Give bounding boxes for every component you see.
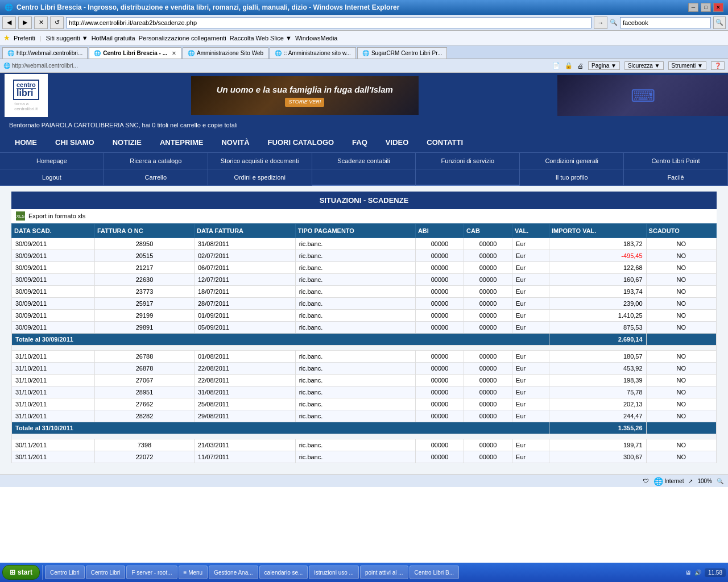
export-area: XLS Export in formato xls [11,209,717,223]
cell-tipo: ric.banc. [295,398,415,410]
nav-faq[interactable]: FAQ [343,132,377,152]
subnav-scadenze[interactable]: Scadenze contabili [312,153,416,169]
favorites-label[interactable]: Preferiti [14,35,35,41]
subnav-empty-1 [312,169,416,186]
subnav-condizioni[interactable]: Condizioni generali [520,153,624,169]
cell-val: Eur [512,238,549,250]
tab-close-1[interactable]: ✕ [172,51,176,56]
cell-importo: 198,39 [549,375,646,386]
cell-data-fatt: 21/03/2011 [194,439,295,451]
maximize-button[interactable]: □ [701,3,711,12]
fav-item-3[interactable]: Raccolta Web Slice ▼ [230,35,292,41]
cell-scaduto: NO [646,322,716,334]
tab-icon-0: 🌐 [7,50,14,56]
subnav-ordini[interactable]: Ordini e spedizioni [208,169,312,186]
cell-data-fatt: 02/07/2011 [194,250,295,262]
cell-cab: 00000 [464,238,512,250]
total-value: 1.355,26 [549,422,646,434]
ie-icon: 🌐 [5,3,13,11]
go-button[interactable]: → [594,16,607,29]
nav-anteprime[interactable]: ANTEPRIME [151,132,213,152]
url-input[interactable] [66,17,592,28]
cell-val: Eur [512,286,549,298]
table-row: 31/10/2011 28951 31/08/2011 ric.banc. 00… [12,386,717,398]
search-label: 🔍 [610,19,618,26]
export-button[interactable]: Export in formato xls [28,213,85,219]
cell-data-fatt: 01/09/2011 [194,310,295,322]
subnav-logout[interactable]: Logout [0,169,104,186]
col-tipo-pag: TIPO PAGAMENTO [295,224,415,238]
help-button[interactable]: ❓ [711,61,725,70]
cell-data-fatt: 29/08/2011 [194,410,295,422]
tab-4[interactable]: 🌐 SugarCRM Centro Libri Pr... [357,47,448,59]
minimize-button[interactable]: ─ [688,3,698,12]
cell-scaduto: NO [646,286,716,298]
subnav-carrello[interactable]: Carrello [104,169,208,186]
subnav-funzioni[interactable]: Funzioni di servizio [416,153,520,169]
favorites-bar: ★ Preferiti | Siti suggeriti ▼ HotMail g… [0,31,728,45]
cell-scaduto: NO [646,439,716,451]
sicurezza-button[interactable]: Sicurezza ▼ [624,61,664,70]
nav-menu: HOME CHI SIAMO NOTIZIE ANTEPRIME NOVITÀ … [0,132,728,152]
cell-scaduto: NO [646,410,716,422]
strumenti-button[interactable]: Strumenti ▼ [668,61,706,70]
subnav-centropoint[interactable]: Centro Libri Point [624,153,728,169]
pagina-button[interactable]: Pagina ▼ [588,61,620,70]
search-input[interactable] [620,17,711,28]
title-bar: 🌐 Centro Libri Brescia - Ingrosso, distr… [0,0,728,15]
tab-icon-2: 🌐 [188,50,195,56]
cell-scaduto: NO [646,250,716,262]
cell-cab: 00000 [464,363,512,375]
tab-1[interactable]: 🌐 Centro Libri Brescia - ... ✕ [89,47,181,59]
subnav-storico[interactable]: Storico acquisti e documenti [208,153,312,169]
cell-cab: 00000 [464,439,512,451]
cell-val: Eur [512,363,549,375]
fav-item-2[interactable]: Personalizzazione collegamenti [139,35,226,41]
zone-info: 🌐 Internet [653,477,684,486]
cell-tipo: ric.banc. [295,238,415,250]
table-row: 30/09/2011 29891 05/09/2011 ric.banc. 00… [12,322,717,334]
cell-abi: 00000 [415,410,464,422]
cell-abi: 00000 [415,238,464,250]
table-row: 30/11/2011 7398 21/03/2011 ric.banc. 000… [12,439,717,451]
cell-tipo: ric.banc. [295,274,415,286]
nav-contatti[interactable]: CONTATTI [417,132,472,152]
nav-video[interactable]: VIDEO [377,132,417,152]
nav-home[interactable]: HOME [6,132,46,152]
cell-tipo: ric.banc. [295,386,415,398]
fav-item-1[interactable]: HotMail gratuita [92,35,135,41]
subnav-homepage[interactable]: Homepage [0,153,104,169]
tab-3[interactable]: 🌐 :: Amministrazione sito w... [270,47,356,59]
cell-data-scad: 31/10/2011 [12,363,95,375]
subnav-facile[interactable]: Facilè [624,169,728,186]
forward-button[interactable]: ▶ [18,16,32,29]
separator: | [40,35,42,41]
fav-item-0[interactable]: Siti suggeriti ▼ [46,35,88,41]
table-row: 30/09/2011 21217 06/07/2011 ric.banc. 00… [12,262,717,274]
search-go-button[interactable]: 🔍 [713,16,726,29]
cell-fattura: 22630 [94,274,194,286]
cell-importo: -495,45 [549,250,646,262]
back-button[interactable]: ◀ [2,16,16,29]
table-row: 31/10/2011 28282 29/08/2011 ric.banc. 00… [12,410,717,422]
nav-chi-siamo[interactable]: CHI SIAMO [46,132,104,152]
cell-importo: 75,78 [549,386,646,398]
cell-tipo: ric.banc. [295,410,415,422]
cell-data-fatt: 18/07/2011 [194,286,295,298]
logo-centro: centro [16,82,36,88]
nav-notizie[interactable]: NOTIZIE [104,132,151,152]
nav-novita[interactable]: NOVITÀ [212,132,258,152]
cmd-left: 🌐 http://webmail.centrolibri... [3,63,78,69]
refresh-button[interactable]: ↺ [50,16,64,29]
tab-0[interactable]: 🌐 http://webmail.centrolibri... [2,47,88,59]
cell-cab: 00000 [464,262,512,274]
nav-fuori-catalogo[interactable]: FUORI CATALOGO [259,132,344,152]
close-button[interactable]: ✕ [713,3,723,12]
subnav-ricerca[interactable]: Ricerca a catalogo [104,153,208,169]
subnav-profilo[interactable]: Il tuo profilo [520,169,624,186]
stop-button[interactable]: ✕ [34,16,48,29]
fav-item-4[interactable]: WindowsMedia [295,35,338,41]
cell-fattura: 23773 [94,286,194,298]
cell-data-scad: 30/09/2011 [12,298,95,310]
tab-2[interactable]: 🌐 Amministrazione Sito Web [183,47,268,59]
